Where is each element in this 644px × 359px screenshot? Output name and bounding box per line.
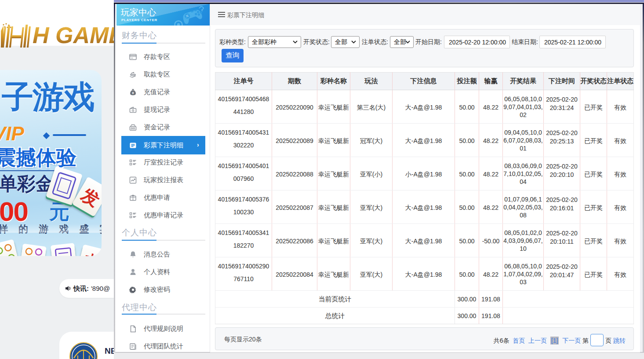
svg-text:H GAME: H GAME <box>33 22 115 48</box>
svg-text:中: 中 <box>82 251 101 256</box>
svg-text:¥: ¥ <box>132 91 134 95</box>
svg-text:发: 发 <box>78 184 102 210</box>
